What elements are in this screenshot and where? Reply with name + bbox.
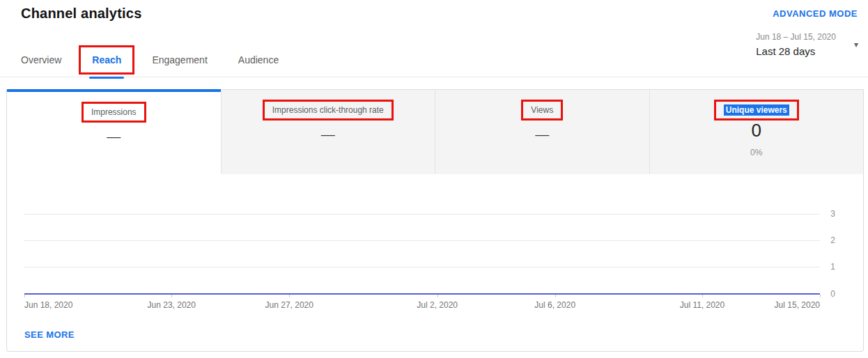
see-more-link[interactable]: SEE MORE	[24, 329, 75, 340]
x-axis-label: Jul 6, 2020	[534, 300, 575, 310]
x-axis-label: Jun 18, 2020	[24, 300, 72, 310]
metric-value-impressions-ctr: —	[222, 127, 435, 143]
metric-value-unique-viewers: 0	[650, 120, 864, 141]
gridline-3	[24, 214, 820, 215]
x-axis-tick	[289, 295, 290, 297]
y-axis-label: 1	[830, 262, 835, 272]
metric-card-impressions[interactable]: Impressions —	[7, 89, 221, 174]
gridline-2	[24, 240, 820, 241]
gridline-1	[24, 267, 820, 267]
analytics-tabbar: Overview Reach Engagement Audience	[0, 49, 868, 77]
x-axis-label: Jun 23, 2020	[148, 300, 196, 310]
annotation-box-impressions: Impressions	[82, 102, 146, 123]
metric-strip: Impressions — Impressions click-through …	[7, 89, 863, 174]
tab-overview-label: Overview	[21, 54, 61, 65]
page-title: Channel analytics	[21, 6, 141, 22]
metric-value-impressions: —	[7, 129, 221, 145]
x-axis-label: Jul 15, 2020	[775, 300, 820, 310]
annotation-box-impressions-ctr: Impressions click-through rate	[263, 100, 394, 120]
metric-card-impressions-ctr[interactable]: Impressions click-through rate —	[221, 89, 435, 174]
metric-value-views: —	[435, 127, 649, 143]
x-axis-tick	[820, 295, 821, 297]
annotation-box-unique-viewers: Unique viewers	[714, 100, 799, 120]
analytics-card: Impressions — Impressions click-through …	[6, 89, 864, 352]
x-axis-tick	[702, 295, 703, 297]
tab-overview[interactable]: Overview	[21, 49, 61, 78]
x-axis-tick	[171, 295, 172, 297]
metric-label-impressions: Impressions	[91, 107, 137, 117]
series-line-unique-viewers	[24, 293, 820, 295]
tab-reach[interactable]: Reach	[92, 49, 121, 78]
tab-engagement-label: Engagement	[152, 54, 207, 65]
y-axis-label: 3	[830, 209, 835, 219]
metric-card-views[interactable]: Views —	[435, 89, 649, 174]
x-axis-label: Jun 27, 2020	[265, 300, 313, 310]
date-range-text: Jun 18 – Jul 15, 2020	[756, 32, 836, 42]
metric-delta-unique-viewers: 0%	[650, 148, 864, 157]
annotation-box-views: Views	[521, 100, 563, 120]
x-axis-tick	[555, 295, 556, 297]
x-axis-label: Jul 2, 2020	[417, 300, 458, 310]
tab-audience[interactable]: Audience	[238, 49, 279, 78]
y-axis-label: 0	[830, 289, 835, 299]
tab-reach-label: Reach	[92, 54, 121, 65]
advanced-mode-link[interactable]: ADVANCED MODE	[773, 8, 858, 19]
x-axis-tick	[24, 295, 25, 297]
y-axis-label: 2	[830, 235, 835, 245]
metric-label-views: Views	[531, 105, 553, 115]
plot-area: Jun 18, 2020 Jun 23, 2020 Jun 27, 2020 J…	[24, 174, 820, 320]
caret-down-icon[interactable]: ▾	[854, 40, 858, 49]
line-chart: Jun 18, 2020 Jun 23, 2020 Jun 27, 2020 J…	[7, 174, 863, 320]
annotation-box-reach: Reach	[79, 45, 134, 75]
metric-label-impressions-ctr: Impressions click-through rate	[272, 105, 384, 115]
x-axis-tick	[437, 295, 438, 297]
metric-label-unique-viewers: Unique viewers	[724, 104, 789, 116]
tab-engagement[interactable]: Engagement	[152, 49, 207, 78]
tab-audience-label: Audience	[238, 54, 279, 65]
x-axis-label: Jul 11, 2020	[680, 300, 725, 310]
active-tab-indicator	[89, 77, 124, 79]
metric-card-unique-viewers[interactable]: Unique viewers 0 0%	[649, 89, 864, 174]
